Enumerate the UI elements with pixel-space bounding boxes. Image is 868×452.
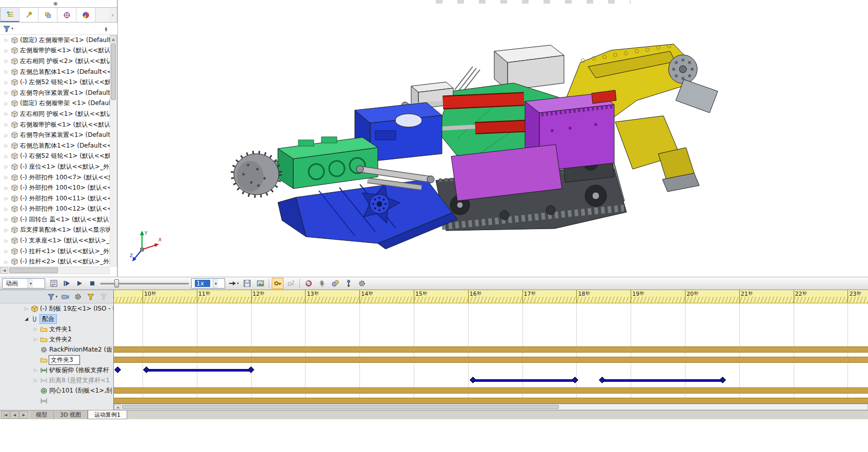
motion-tree-item[interactable]: 同心101 (刮板<1>,刮 xyxy=(0,385,114,396)
feature-tree-item[interactable]: ▷右侧总装配体1<1> (Default<<D xyxy=(0,140,110,151)
panel-splitter-handle-icon[interactable]: ▲▼ xyxy=(105,26,115,31)
timeline-change-bar[interactable] xyxy=(114,346,868,353)
timeline-ruler[interactable]: 10秒11秒12秒13秒14秒15秒16秒17秒18秒19秒20秒21秒22秒2… xyxy=(114,290,868,303)
scrollbar-thumb[interactable] xyxy=(111,44,116,100)
expand-arrow-icon[interactable]: ▷ xyxy=(33,378,38,383)
animation-wizard-button[interactable] xyxy=(254,278,266,289)
expand-arrow-icon[interactable]: ▷ xyxy=(4,238,9,243)
expand-arrow-icon[interactable]: ◢ xyxy=(24,316,29,321)
feature-tree-item[interactable]: ▷(-) 座位<1> (默认<<默认>_外观 xyxy=(0,161,110,172)
playback-speed-combobox[interactable]: 1x ▾ xyxy=(191,278,225,289)
keyframe-diamond[interactable] xyxy=(719,377,726,383)
scroll-up-icon[interactable]: ▲ xyxy=(110,35,116,43)
sheet-nav-next-icon[interactable]: ▶ xyxy=(19,411,28,419)
feature-tree-horizontal-scrollbar[interactable]: ◀ xyxy=(0,266,110,274)
machine-cutting-drum[interactable] xyxy=(232,152,280,196)
spring-button[interactable] xyxy=(316,278,328,289)
feature-tree-item[interactable]: ▷(-) 右侧52 链轮<1> (默认<<默认 xyxy=(0,151,110,162)
panel-collapse-handle-icon[interactable]: ◉ xyxy=(53,1,58,6)
motion-tree-item[interactable]: ▷距离8 (悬臂支撑杆<1 xyxy=(0,375,114,385)
contact-button[interactable] xyxy=(329,278,341,289)
sheet-tab[interactable]: 模型 xyxy=(30,410,54,419)
motion-tree-item[interactable]: ▷(-) 刮板 19左<1> (ISO - I xyxy=(0,303,114,314)
timeline-change-bar[interactable] xyxy=(114,387,868,394)
motion-tree-item[interactable]: ◢配合 xyxy=(0,314,114,324)
feature-tree-item[interactable]: ▷左侧总装配体1<1> (Default<<D xyxy=(0,67,110,77)
feature-tree-vertical-scrollbar[interactable]: ▲ xyxy=(110,35,117,266)
sheet-nav-first-icon[interactable]: |◀ xyxy=(1,411,10,419)
play-button[interactable] xyxy=(73,278,85,289)
expand-arrow-icon[interactable]: ▷ xyxy=(33,326,38,332)
expand-arrow-icon[interactable]: ▷ xyxy=(4,37,9,43)
expand-arrow-icon[interactable]: ▷ xyxy=(4,259,9,264)
scrollbar-thumb[interactable] xyxy=(122,405,559,409)
feature-tree-item[interactable]: ▷(-) 拉杆<1> (默认<<默认>_外观 xyxy=(0,246,110,257)
expand-arrow-icon[interactable]: ▷ xyxy=(4,48,9,53)
feature-tree-item[interactable]: ▷后支撑装配体<1> (默认<显示状态 xyxy=(0,225,110,236)
study-type-combobox[interactable]: 动画 ▾ xyxy=(2,278,45,289)
motion-tree-item[interactable]: ▷文件夹2 xyxy=(0,334,114,344)
motion-tree-item[interactable]: ▷铲板俯仰 (推板支撑杆 xyxy=(0,365,114,375)
expand-arrow-icon[interactable]: ▷ xyxy=(4,90,9,95)
filter-results-button[interactable] xyxy=(98,292,109,302)
feature-tree-item[interactable]: ▷(-) 拉杆<2> (默认<<默认>_外观 xyxy=(0,256,110,266)
save-animation-button[interactable] xyxy=(241,278,253,289)
motion-study-properties-button[interactable] xyxy=(356,278,368,289)
expand-arrow-icon[interactable]: ▷ xyxy=(4,175,9,180)
feature-tree-item[interactable]: ▷(-) 回转台 盖<1> (默认<<默认>_ xyxy=(0,214,110,225)
feature-filter-button[interactable]: ▾ xyxy=(2,23,14,34)
expand-arrow-icon[interactable]: ▷ xyxy=(4,207,9,212)
feature-tree-item[interactable]: ▷(-) 左侧52 链轮<1> (默认<<默认 xyxy=(0,77,110,88)
motion-tree-item[interactable] xyxy=(0,396,114,406)
machine-3d-model[interactable] xyxy=(119,0,868,277)
motor-button[interactable] xyxy=(302,278,314,289)
timeline-tracks[interactable] xyxy=(114,303,868,404)
feature-tree-item[interactable]: ▷(固定) 左侧履带架<1> (Default< xyxy=(0,35,110,46)
orientation-camera-button[interactable] xyxy=(59,292,71,302)
playback-mode-button[interactable]: ▾ xyxy=(228,278,239,289)
feature-tree-item[interactable]: ▷左侧导向张紧装置<1> (Default< xyxy=(0,88,110,98)
motion-tree-item[interactable]: 文件夹3 xyxy=(0,355,114,365)
keyframe-diamond[interactable] xyxy=(115,366,122,373)
play-from-start-button[interactable] xyxy=(60,278,72,289)
expand-arrow-icon[interactable]: ▷ xyxy=(33,367,38,373)
sheet-nav-prev-icon[interactable]: ◀ xyxy=(10,411,19,419)
feature-tree-item[interactable]: ▷(-) 外部扣件 100<11> (默认<<默 xyxy=(0,193,110,204)
expand-arrow-icon[interactable]: ▷ xyxy=(4,133,9,138)
feature-tree-item[interactable]: ▷(-) 外部扣件 100<10> (默认<<默 xyxy=(0,182,110,193)
displaymanager-tab[interactable] xyxy=(76,8,95,22)
add-key-button[interactable] xyxy=(285,278,297,289)
panel-tabs-overflow-button[interactable]: › xyxy=(109,8,117,22)
keyframe-diamond[interactable] xyxy=(248,366,254,373)
motion-tree-item[interactable]: RackPinionMate2 (齿 xyxy=(0,344,114,355)
feature-tree-item[interactable]: ▷右侧导向张紧装置<1> (Default< xyxy=(0,130,110,140)
keyframe-bar[interactable] xyxy=(602,379,723,382)
propertymanager-tab[interactable] xyxy=(19,8,38,22)
expand-arrow-icon[interactable]: ▷ xyxy=(33,337,38,342)
expand-arrow-icon[interactable]: ▷ xyxy=(4,196,9,201)
filter-animated-button[interactable] xyxy=(85,292,96,302)
sheet-tab[interactable]: 运动算例1 xyxy=(88,410,127,419)
keyframe-diamond[interactable] xyxy=(599,377,605,383)
filter-button[interactable]: ▾ xyxy=(47,292,58,302)
timeline-change-bar[interactable] xyxy=(114,357,868,363)
calculate-button[interactable] xyxy=(48,278,59,289)
feature-tree-item[interactable]: ▷右侧履带护板<1> (默认<<默认>_ xyxy=(0,119,110,130)
expand-arrow-icon[interactable]: ▷ xyxy=(4,101,9,106)
feature-tree-item[interactable]: ▷左侧履带护板<1> (默认<<默认>_ xyxy=(0,46,110,56)
expand-arrow-icon[interactable]: ▷ xyxy=(24,306,29,311)
dimxpertmanager-tab[interactable] xyxy=(57,8,76,22)
expand-arrow-icon[interactable]: ▷ xyxy=(4,80,9,85)
keyframe-diamond[interactable] xyxy=(572,377,578,383)
motion-tree-item[interactable]: ▷文件夹1 xyxy=(0,324,114,334)
expand-arrow-icon[interactable]: ▷ xyxy=(4,164,9,169)
auto-key-button[interactable] xyxy=(272,278,284,289)
feature-tree-item[interactable]: ▷(-) 支承座<1> (默认<<默认>_外观 xyxy=(0,235,110,246)
keyframe-diamond[interactable] xyxy=(144,366,150,373)
graphics-viewport[interactable]: Y X Z xyxy=(119,0,868,277)
expand-arrow-icon[interactable]: ▷ xyxy=(4,154,9,159)
stop-button[interactable] xyxy=(86,278,98,289)
feature-tree-item[interactable]: ▷左右相同 护板<1> (默认<<默认> xyxy=(0,109,110,119)
keyframe-diamond[interactable] xyxy=(470,377,477,383)
simulation-elements-button[interactable] xyxy=(72,292,84,302)
